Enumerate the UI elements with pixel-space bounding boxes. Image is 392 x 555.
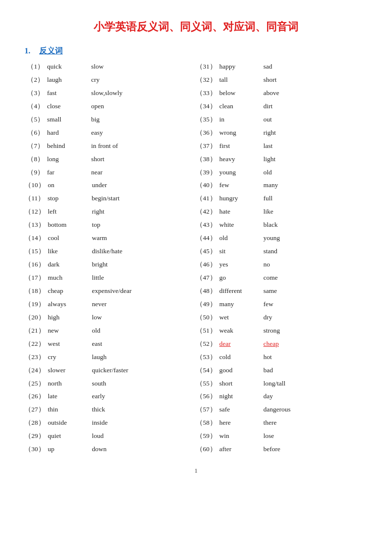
list-item: （14）coolwarm [24,233,196,244]
entry-word: fast [47,88,91,99]
content-columns: （1）quickslow（2）laughcry（3）fastslow,slowl… [24,61,368,457]
entry-antonym: above [264,88,313,99]
entry-antonym: young [264,233,313,244]
entry-antonym: expensive/dear [92,286,141,297]
list-item: （12）leftright [24,206,196,217]
entry-antonym: loud [92,431,141,442]
list-item: （60）afterbefore [196,444,368,455]
entry-number: （13） [24,219,48,231]
entry-number: （34） [196,101,220,112]
list-item: （41）hungryfull [196,193,368,204]
entry-antonym: hot [264,352,313,363]
entry-number: （52） [196,338,220,350]
list-item: （44）oldyoung [196,233,368,244]
entry-antonym: sad [264,61,313,72]
entry-word: yes [220,259,264,270]
entry-number: （49） [196,299,220,310]
entry-number: （18） [24,286,48,297]
list-item: （40）fewmany [196,180,368,191]
entry-word: outside [48,417,92,429]
entry-number: （11） [24,193,48,204]
entry-word: hungry [220,193,264,204]
entry-antonym: long/tall [264,378,313,389]
entry-number: （16） [24,259,48,270]
list-item: （59）winlose [196,431,368,442]
page-title: 小学英语反义词、同义词、对应词、同音词 [24,20,368,34]
entry-word: dark [48,259,92,270]
entry-antonym: inside [92,417,141,429]
entry-word: much [48,272,92,284]
list-item: （26）lateearly [24,391,196,402]
entry-antonym: short [91,154,140,165]
entry-antonym: never [92,299,141,310]
entry-antonym: bright [92,259,141,270]
list-item: （36）wrongright [196,127,368,139]
list-item: （34）cleandirt [196,101,368,112]
list-item: （56）nightday [196,391,368,402]
page-number: 1 [24,467,368,475]
entry-antonym: there [264,417,313,429]
entry-antonym: begin/start [92,193,141,204]
entry-word: wrong [220,127,264,139]
entry-word: many [220,299,264,310]
entry-antonym: like [264,206,313,217]
entry-antonym: last [264,141,313,152]
entry-number: （59） [196,431,220,442]
entry-word: like [48,246,92,257]
entry-number: （45） [196,246,220,257]
list-item: （28）outsideinside [24,417,196,429]
entry-number: （19） [24,299,48,310]
entry-word: quick [47,61,91,72]
entry-antonym: little [92,272,141,284]
list-item: （47）gocome [196,272,368,284]
entry-number: （36） [196,127,220,139]
entry-antonym: south [92,378,141,389]
entry-word: weak [220,325,264,337]
entry-antonym: top [92,219,141,231]
entry-antonym: quicker/faster [92,365,141,376]
entry-antonym: low [92,312,141,323]
entry-word: long [47,154,91,165]
entry-word: white [220,219,264,231]
list-item: （7）behindin front of [24,141,196,152]
entry-word: here [220,417,264,429]
entry-word: late [48,391,92,402]
list-item: （29）quietloud [24,431,196,442]
entry-antonym: lose [264,431,313,442]
entry-word: thin [48,404,92,415]
entry-word: far [47,167,91,178]
entry-word: after [220,444,264,455]
right-column: （31）happysad（32）tallshort（33）belowabove（… [196,61,368,457]
list-item: （38）heavylight [196,154,368,165]
entry-antonym: cry [91,74,140,86]
list-item: （20）highlow [24,312,196,323]
list-item: （10）onunder [24,180,196,191]
entry-number: （55） [196,378,220,389]
list-item: （13）bottomtop [24,219,196,231]
entry-word: different [220,286,264,297]
entry-number: （8） [24,154,47,165]
entry-word: clean [220,101,264,112]
entry-number: （1） [24,61,47,72]
entry-number: （31） [196,61,220,72]
list-item: （18）cheapexpensive/dear [24,286,196,297]
entry-word: new [48,325,92,337]
list-item: （54）goodbad [196,365,368,376]
list-item: （30）updown [24,444,196,455]
entry-antonym: same [264,286,313,297]
entry-word: night [220,391,264,402]
left-column: （1）quickslow（2）laughcry（3）fastslow,slowl… [24,61,196,457]
list-item: （4）closeopen [24,101,196,112]
entry-antonym: many [264,180,313,191]
entry-word: good [220,365,264,376]
entry-word: north [48,378,92,389]
entry-word: sit [220,246,264,257]
entry-number: （41） [196,193,220,204]
entry-antonym: full [264,193,313,204]
entry-number: （20） [24,312,48,323]
entry-number: （26） [24,391,48,402]
entry-antonym: easy [91,127,140,139]
list-item: （58）herethere [196,417,368,429]
entry-antonym: warm [92,233,141,244]
list-item: （17）muchlittle [24,272,196,284]
